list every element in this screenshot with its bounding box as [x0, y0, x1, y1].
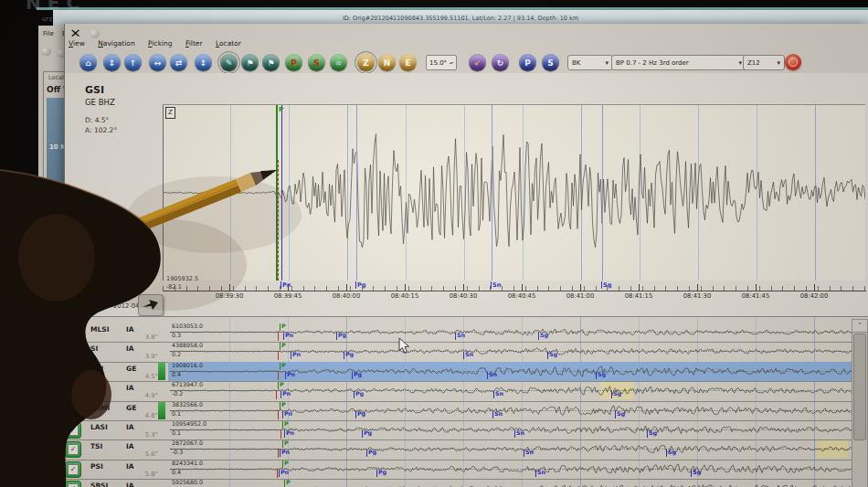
arrow-icon	[139, 295, 161, 313]
toolbar-blob-icon	[41, 48, 51, 56]
distance-value: D: 4.5°	[85, 116, 117, 124]
spinner-arrows-icon[interactable]: ▴▾	[450, 61, 453, 65]
pick-mode-icon[interactable]: ✎	[220, 54, 238, 71]
sn-phase-line[interactable]	[492, 105, 492, 281]
station-checkbox[interactable]: ✓	[65, 481, 81, 487]
station-checkbox[interactable]: ✓	[65, 364, 81, 380]
trace-row[interactable]: ✓ SBSI IA 6.3° 5925680.0 -0.3 P Pn Pg	[58, 479, 868, 487]
trace-row[interactable]: ✓ LHMI GE 4.8° 3832566.0 0.1 P Pn	[58, 401, 868, 421]
station-checkbox[interactable]: ✓	[65, 324, 81, 341]
rotate-icon[interactable]: ↙	[469, 54, 486, 71]
menu-locator[interactable]: Locator	[216, 39, 241, 48]
flag-phase2-icon[interactable]: ⚑	[262, 54, 280, 71]
network-code: IA	[126, 442, 134, 450]
trace-row[interactable]: ✓ PSI IA 5.8° 8243341.0 0.4 P Pn Pg	[58, 460, 868, 480]
pick-p-icon[interactable]: P	[285, 54, 302, 71]
station-name: SI	[90, 344, 98, 353]
pn-axis-label: Pn	[282, 281, 291, 289]
jump-to-pick-button[interactable]	[138, 294, 164, 316]
menu-picking[interactable]: Picking	[148, 39, 173, 48]
component-e-button[interactable]: E	[399, 54, 417, 71]
pn-phase-line[interactable]	[281, 105, 282, 281]
flag-phase-icon[interactable]: ⚑	[241, 54, 259, 71]
auto-pick-icon[interactable]: ≈	[330, 54, 347, 71]
trace-area[interactable]: 4388958.0 0.2 P Pn Pg Sn Sg	[170, 342, 852, 361]
scrollbar-thumb[interactable]	[853, 333, 866, 440]
trace-area[interactable]: 3832566.0 0.1 P Pn Pg Sn Sg	[170, 401, 852, 420]
quality-bar	[158, 363, 165, 380]
scroll-down-icon[interactable]	[134, 243, 142, 248]
station-checkbox[interactable]: ✓	[65, 461, 81, 478]
trace-area[interactable]: 10954952.0 0.1 P Pn Pg Sn Sg	[170, 420, 852, 439]
align-trigger-icon[interactable]: ⇄	[170, 54, 187, 71]
distance-badge: 5.3°	[131, 431, 158, 439]
p-phase-line[interactable]	[276, 105, 278, 281]
trace-row[interactable]: ✓ SI IA 3.9° 4388958.0 0.2 P Pn Pg	[58, 342, 868, 362]
menu-file[interactable]: File	[43, 30, 54, 37]
station-checkbox[interactable]: ✓	[65, 383, 81, 399]
trace-row-selected[interactable]: ✓ GSI GE 4.5° 1908016.0 0.4 P Pn	[58, 362, 868, 382]
menu-filter[interactable]: Filter	[185, 39, 203, 48]
station-checkbox[interactable]: ✓	[65, 403, 81, 419]
component-n-button[interactable]: N	[378, 54, 396, 71]
phase-markers: P Pn Pg Sn Sg	[170, 362, 852, 381]
network-code: GE	[126, 365, 136, 373]
station-code: GSI	[85, 84, 117, 96]
bk-dropdown[interactable]: BK▾	[567, 55, 613, 70]
commit-icon[interactable]	[785, 54, 801, 70]
time-scale-icon[interactable]: ↔	[149, 54, 166, 71]
align-top-icon[interactable]: ↑	[124, 54, 142, 71]
phase-markers: P Pn Pg Sn Sg	[170, 401, 852, 420]
trace-area[interactable]: 5925680.0 -0.3 P Pn Pg Sn Sg	[170, 479, 852, 487]
trace-row[interactable]: ✓ MLSI IA 3.8° 6103053.0 0.3 P Pn Pg	[58, 323, 868, 343]
component-z-button[interactable]: Z	[357, 54, 375, 71]
distance-badge: 3.8°	[131, 333, 158, 341]
pick-s-icon[interactable]: S	[308, 54, 325, 71]
network-code: IA	[126, 462, 134, 471]
theoretical-s-icon[interactable]: S	[542, 54, 559, 71]
phase-markers: P Pn Pg Sn Sg	[170, 439, 852, 459]
quality-bar	[158, 402, 165, 419]
scroll-up-icon[interactable]: ⌃	[852, 320, 867, 333]
trace-area[interactable]: 6103053.0 0.3 P Pn Pg Sn Sg	[170, 323, 852, 342]
distance-badge: 5.6°	[131, 450, 158, 458]
filter-dropdown[interactable]: BP 0.7 - 2 Hz 3rd order▾	[611, 55, 746, 70]
theoretical-p-icon[interactable]: P	[519, 54, 536, 71]
scroll-up-icon[interactable]	[122, 230, 130, 235]
trace-row[interactable]: ✓ CSI IA 4.9° 6713947.0 -0.2 P Pn	[58, 381, 868, 401]
network-code: GE	[126, 404, 136, 412]
app-x-icon: ✕	[69, 26, 81, 40]
trace-area[interactable]: 1908016.0 0.4 P Pn Pg Sn Sg	[170, 362, 852, 381]
trace-row[interactable]: ✓ TSI IA 5.6° 2872067.0 -0.3 P Pn	[58, 439, 868, 460]
station-checkbox[interactable]: ✓	[65, 422, 81, 439]
component-badge: Z	[165, 107, 175, 119]
phase-markers: P Pn Pg Sn Sg	[170, 342, 852, 361]
zoom-trace-panel[interactable]: P Z	[163, 104, 865, 281]
rotate2-icon[interactable]: ↻	[492, 54, 509, 71]
trace-area[interactable]: 2872067.0 -0.3 P Pn Pg Sn Sg	[170, 439, 852, 459]
angle-value: 15.0°	[429, 59, 447, 67]
row-height-icon[interactable]: ↕	[195, 54, 212, 71]
chevron-down-icon: ▾	[605, 59, 609, 67]
p-phase-label: P	[279, 106, 283, 113]
station-checkbox[interactable]: ✓	[65, 344, 81, 360]
trace-area[interactable]: 6713947.0 -0.2 P Pn Pg Sn Sg	[170, 381, 852, 400]
window-button[interactable]	[90, 29, 100, 38]
back-window-badge: GFZ	[42, 16, 52, 22]
axis-tick-labels: 08:39:30 08:39:45 08:40:00 08:40:15 08:4…	[163, 292, 868, 302]
component-dropdown[interactable]: Z12▾	[743, 55, 785, 70]
amplitude-scale-icon[interactable]: ↕	[103, 54, 121, 71]
angle-spinner[interactable]: 15.0° ▴▾	[426, 55, 457, 70]
menu-view[interactable]: View	[69, 39, 85, 48]
station-name: MLSI	[90, 325, 109, 333]
pg-phase-line[interactable]	[356, 105, 357, 281]
station-name: CSI	[90, 384, 103, 392]
scrollbar[interactable]: ⌃	[852, 319, 868, 487]
selected-trace-info: GSI GE BHZ D: 4.5° A: 102.2°	[85, 84, 117, 134]
home-icon[interactable]: ⌂	[79, 54, 97, 71]
sg-phase-line[interactable]	[602, 105, 603, 281]
menu-navigation[interactable]: Navigation	[98, 39, 134, 48]
trace-row[interactable]: ✓ LASI IA 5.3° 10954952.0 0.1 P Pn Pg	[58, 420, 868, 440]
station-checkbox[interactable]: ✓	[65, 441, 81, 458]
trace-area[interactable]: 8243341.0 0.4 P Pn Pg Sn Sg	[170, 460, 852, 479]
